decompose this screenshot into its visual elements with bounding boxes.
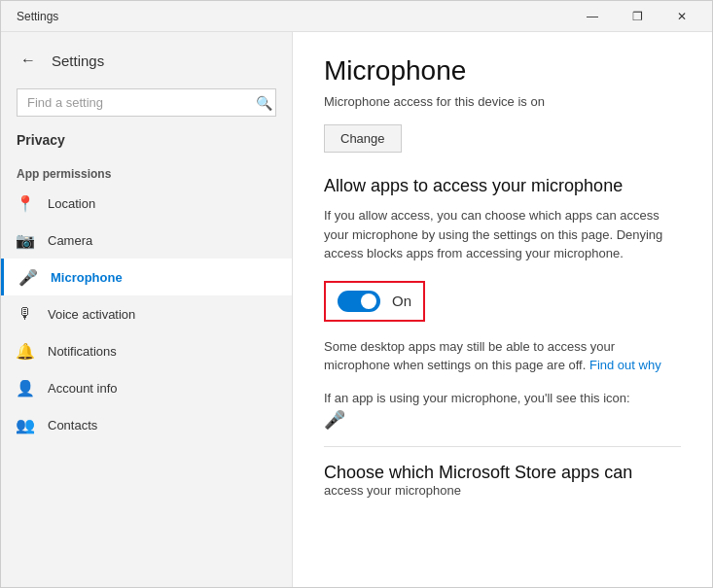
toggle-row: On (324, 281, 425, 322)
window-controls: — ❐ ✕ (570, 1, 704, 32)
allow-section-description: If you allow access, you can choose whic… (324, 206, 681, 263)
back-button[interactable]: ← (17, 48, 40, 73)
page-title: Microphone (324, 55, 681, 86)
search-input[interactable] (17, 88, 276, 117)
allow-section-title: Allow apps to access your microphone (324, 176, 681, 196)
nav-label-location: Location (48, 196, 95, 211)
sidebar-item-voice-activation[interactable]: 🎙 Voice activation (1, 295, 292, 332)
search-box: 🔍 (17, 88, 276, 117)
account-info-icon: 👤 (17, 379, 34, 397)
voice-activation-icon: 🎙 (17, 305, 34, 323)
window-title: Settings (17, 10, 570, 23)
microphone-indicator-icon: 🎤 (324, 409, 681, 431)
app-permissions-label: App permissions (1, 156, 292, 185)
contacts-icon: 👥 (17, 416, 34, 433)
change-button[interactable]: Change (324, 124, 402, 153)
microphone-toggle[interactable] (338, 291, 380, 312)
nav-label-camera: Camera (48, 233, 92, 248)
sidebar-item-camera[interactable]: 📷 Camera (1, 222, 292, 259)
location-icon: 📍 (17, 194, 34, 212)
notifications-icon: 🔔 (17, 342, 34, 360)
app-title: Settings (52, 52, 104, 69)
sidebar-item-location[interactable]: 📍 Location (1, 185, 292, 222)
search-icon[interactable]: 🔍 (256, 95, 272, 111)
nav-label-contacts: Contacts (48, 418, 97, 432)
titlebar: Settings — ❐ ✕ (1, 1, 712, 32)
minimize-button[interactable]: — (570, 1, 615, 32)
find-out-why-link[interactable]: Find out why (589, 358, 661, 372)
sidebar-item-account-info[interactable]: 👤 Account info (1, 369, 292, 406)
sidebar: ← Settings 🔍 Privacy App permissions 📍 L… (1, 32, 293, 587)
main-content: Microphone Microphone access for this de… (293, 32, 712, 587)
content-area: ← Settings 🔍 Privacy App permissions 📍 L… (1, 32, 712, 587)
sidebar-item-notifications[interactable]: 🔔 Notifications (1, 332, 292, 369)
desktop-apps-note: Some desktop apps may still be able to a… (324, 337, 681, 375)
note-text-content: Some desktop apps may still be able to a… (324, 339, 615, 373)
choose-section-title: Choose which Microsoft Store apps can (324, 463, 681, 483)
nav-label-notifications: Notifications (48, 344, 117, 359)
maximize-button[interactable]: ❐ (615, 1, 660, 32)
toggle-knob (361, 294, 376, 309)
device-status-text: Microphone access for this device is on (324, 94, 681, 109)
microphone-icon: 🎤 (19, 268, 37, 286)
choose-section-subtitle: access your microphone (324, 483, 681, 498)
camera-icon: 📷 (17, 231, 34, 249)
nav-label-account-info: Account info (48, 381, 118, 396)
toggle-label: On (392, 293, 411, 309)
nav-label-microphone: Microphone (51, 270, 123, 285)
settings-window: Settings — ❐ ✕ ← Settings 🔍 Privacy App … (0, 0, 713, 588)
sidebar-item-contacts[interactable]: 👥 Contacts (1, 406, 292, 443)
close-button[interactable]: ✕ (660, 1, 704, 32)
sidebar-header: ← Settings (1, 32, 292, 81)
sidebar-item-microphone[interactable]: 🎤 Microphone (1, 259, 292, 295)
icon-note-text: If an app is using your microphone, you'… (324, 391, 681, 405)
section-divider (324, 446, 681, 447)
nav-label-voice-activation: Voice activation (48, 307, 135, 322)
privacy-label: Privacy (1, 124, 292, 156)
